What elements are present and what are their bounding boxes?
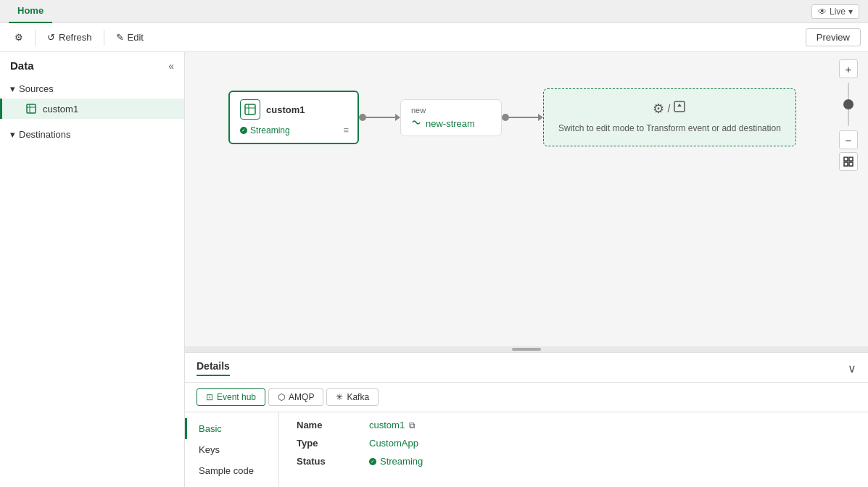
zoom-slider-thumb[interactable] — [843, 99, 853, 109]
chevron-down-icon: ▾ — [10, 83, 15, 94]
live-label: Live — [830, 7, 846, 17]
field-type-value: CustomApp — [369, 438, 418, 449]
destinations-label: Destinations — [19, 129, 71, 140]
source-node-header: custom1 — [240, 99, 347, 120]
collapse-details-button[interactable]: ∨ — [848, 362, 856, 375]
copy-name-button[interactable]: ⧉ — [409, 420, 416, 430]
fit-to-screen-button[interactable] — [839, 152, 858, 171]
source-status: Streaming — [240, 125, 347, 136]
details-content: Basic Keys Sample code Name custom1 ⧉ Ty… — [185, 412, 868, 487]
node-menu-icon[interactable]: ≡ — [343, 125, 349, 136]
details-title: Details — [197, 360, 230, 376]
tab-amqp-label: AMQP — [289, 392, 314, 402]
field-status-value: Streaming — [369, 456, 423, 467]
edit-button[interactable]: ✎ Edit — [109, 28, 151, 46]
edit-label: Edit — [128, 32, 144, 43]
home-tab[interactable]: Home — [9, 0, 52, 23]
main-layout: Data « ▾ Sources custom1 ▾ — [0, 52, 868, 487]
name-value-text: custom1 — [369, 420, 405, 430]
stream-node-label: new — [411, 106, 491, 115]
live-badge[interactable]: 👁 Live ▾ — [811, 4, 859, 19]
details-header: Details ∨ — [185, 353, 868, 383]
status-text: Streaming — [380, 456, 423, 467]
nav-sample-code[interactable]: Sample code — [185, 460, 278, 481]
field-name-row: Name custom1 ⧉ — [297, 420, 851, 430]
preview-button[interactable]: Preview — [806, 28, 861, 46]
settings-icon: ⚙ — [15, 32, 23, 43]
connector-1 — [359, 114, 400, 121]
zoom-controls: + − — [839, 59, 858, 171]
stream-node-name-row: new-stream — [411, 117, 491, 130]
export-icon — [673, 100, 686, 117]
stream-node[interactable]: new new-stream — [400, 99, 502, 136]
canvas-area: custom1 Streaming ≡ new — [185, 52, 868, 487]
nav-basic[interactable]: Basic — [185, 418, 278, 439]
destinations-section: ▾ Destinations — [0, 122, 184, 147]
title-bar: Home 👁 Live ▾ — [0, 0, 868, 23]
field-type-label: Type — [297, 438, 355, 449]
sidebar-item-custom1[interactable]: custom1 — [0, 99, 184, 119]
tab-amqp[interactable]: ⬡ AMQP — [268, 388, 323, 406]
tab-event-hub-label: Event hub — [217, 392, 256, 402]
sidebar: Data « ▾ Sources custom1 ▾ — [0, 52, 185, 487]
connector-dot-2 — [502, 114, 509, 121]
sidebar-collapse-icon[interactable]: « — [168, 60, 174, 72]
chevron-down-icon: ▾ — [848, 7, 853, 17]
source-item-icon — [25, 103, 37, 115]
action-node[interactable]: ⚙ / Switch to edit mode to Transform eve… — [543, 88, 796, 146]
field-type-row: Type CustomApp — [297, 438, 851, 449]
connector-arrow-2 — [538, 114, 543, 121]
slash-icon: / — [667, 103, 670, 115]
details-panel: Details ∨ ⊡ Event hub ⬡ AMQP ✳ Kafka — [185, 352, 868, 487]
tab-event-hub[interactable]: ⊡ Event hub — [197, 388, 265, 406]
status-indicator-icon — [369, 458, 376, 465]
edit-icon: ✎ — [116, 32, 124, 43]
flow-container: custom1 Streaming ≡ new — [228, 88, 796, 146]
destinations-header[interactable]: ▾ Destinations — [0, 125, 184, 144]
chevron-right-icon: ▾ — [10, 129, 15, 140]
sources-header[interactable]: ▾ Sources — [0, 79, 184, 99]
sources-label: Sources — [19, 83, 54, 94]
tab-kafka-label: Kafka — [347, 392, 369, 402]
refresh-label: Refresh — [59, 32, 92, 43]
refresh-button[interactable]: ↺ Refresh — [40, 28, 99, 46]
details-fields: Name custom1 ⧉ Type CustomApp Status — [279, 412, 868, 487]
svg-rect-10 — [849, 162, 853, 166]
connector-line-1 — [366, 117, 395, 118]
svg-rect-7 — [844, 157, 848, 161]
tab-kafka[interactable]: ✳ Kafka — [326, 388, 379, 406]
field-name-label: Name — [297, 420, 355, 430]
source-node[interactable]: custom1 Streaming ≡ — [228, 91, 359, 144]
action-node-icons: ⚙ / — [653, 100, 686, 117]
toolbar: ⚙ ↺ Refresh ✎ Edit Preview — [0, 23, 868, 52]
toolbar-divider-1 — [35, 30, 36, 46]
zoom-out-button[interactable]: − — [839, 130, 858, 149]
stream-name-label: new-stream — [426, 118, 475, 129]
drag-handle-area[interactable] — [185, 346, 868, 352]
svg-rect-9 — [844, 162, 848, 166]
zoom-in-button[interactable]: + — [839, 59, 858, 78]
nav-keys[interactable]: Keys — [185, 439, 278, 460]
settings-button[interactable]: ⚙ — [7, 28, 30, 46]
svg-rect-8 — [849, 157, 853, 161]
sources-section: ▾ Sources custom1 — [0, 76, 184, 122]
svg-rect-0 — [27, 104, 36, 113]
amqp-icon: ⬡ — [278, 392, 285, 402]
source-node-icon — [240, 99, 260, 120]
source-item-label: custom1 — [43, 104, 78, 115]
kafka-icon: ✳ — [336, 392, 343, 402]
action-node-text: Switch to edit mode to Transform event o… — [558, 122, 781, 135]
field-status-row: Status Streaming — [297, 456, 851, 467]
gear-icon: ⚙ — [653, 101, 664, 117]
sidebar-header: Data « — [0, 52, 184, 76]
canvas: custom1 Streaming ≡ new — [185, 52, 868, 346]
connector-2 — [502, 114, 543, 121]
toolbar-divider-2 — [104, 30, 104, 46]
connector-line-2 — [509, 117, 538, 118]
drag-handle — [512, 348, 541, 351]
details-tabs: ⊡ Event hub ⬡ AMQP ✳ Kafka — [185, 383, 868, 412]
source-status-label: Streaming — [250, 125, 290, 136]
stream-icon — [411, 117, 421, 130]
zoom-slider-track — [848, 83, 849, 126]
status-dot-icon — [240, 127, 247, 134]
